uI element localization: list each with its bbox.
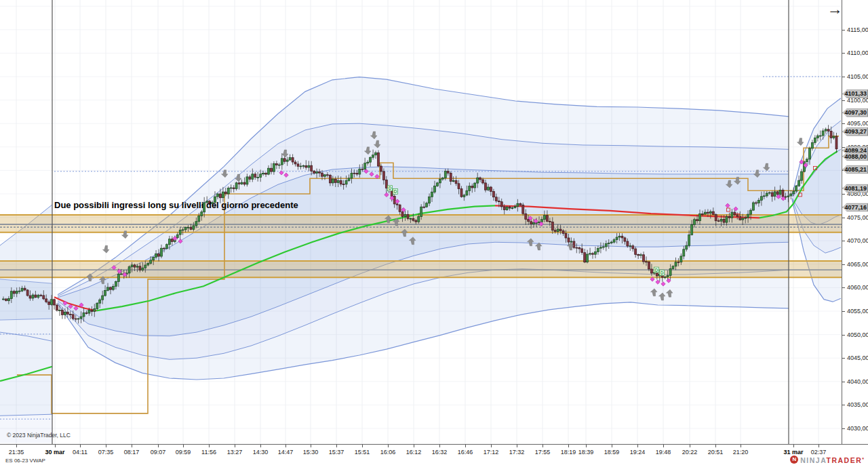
brand-name-gray: NINJA xyxy=(800,456,826,464)
time-axis-tick xyxy=(106,445,106,447)
ninjatrader-icon: N xyxy=(790,456,798,464)
ninjatrader-logo: N NINJATRADER* xyxy=(790,455,864,464)
price-axis-tick xyxy=(842,194,845,195)
price-axis-tick xyxy=(842,264,845,265)
time-axis-label: 18:39 xyxy=(578,449,594,456)
chart-annotation-text: Due possibili ingressi long su livelli d… xyxy=(54,200,298,210)
time-axis-tick xyxy=(414,445,414,447)
brand-reg-mark: * xyxy=(862,457,864,462)
time-axis-label: 19:48 xyxy=(656,449,671,456)
price-axis-tick xyxy=(842,382,845,382)
price-axis-tick xyxy=(842,241,845,241)
time-axis-tick xyxy=(285,445,286,447)
price-axis-label: 4115,00 xyxy=(847,26,868,33)
time-axis-label: 17:32 xyxy=(509,449,525,456)
price-axis-label: 4065,00 xyxy=(847,261,868,268)
time-axis-label: 18:19 xyxy=(561,449,576,456)
time-axis-tick xyxy=(491,445,492,447)
time-axis-tick xyxy=(586,445,587,447)
price-axis[interactable]: 4030,004035,004040,004045,004050,004055,… xyxy=(842,0,868,444)
svg-text:D: D xyxy=(660,270,664,275)
price-tag: 4093,27 xyxy=(842,127,868,136)
time-axis-label: 09:59 xyxy=(176,449,191,456)
time-axis-tick xyxy=(336,445,337,447)
price-tag: 4081,19 xyxy=(842,184,868,193)
price-axis-label: 4105,00 xyxy=(847,73,868,80)
time-axis-label: 20:22 xyxy=(682,449,698,456)
time-axis-label: 30 mar xyxy=(45,449,64,456)
price-axis-label: 4055,00 xyxy=(847,308,868,315)
time-axis-tick xyxy=(235,445,235,447)
time-axis-label: 14:30 xyxy=(253,449,269,456)
instrument-label: ES 06-23 VWAP xyxy=(5,458,45,464)
time-axis-label: 09:07 xyxy=(151,449,166,456)
time-axis-tick xyxy=(690,445,690,447)
price-axis-tick xyxy=(842,77,845,77)
time-axis-tick xyxy=(183,445,184,447)
time-axis-tick xyxy=(55,445,56,447)
brand-name-red: TRADER xyxy=(827,456,863,464)
svg-text:D: D xyxy=(394,189,397,194)
time-axis-label: 17:55 xyxy=(535,449,551,456)
price-axis-tick xyxy=(842,147,845,148)
time-axis-tick xyxy=(793,445,794,447)
price-axis-tick xyxy=(842,123,845,124)
price-axis-label: 4035,00 xyxy=(847,401,868,408)
time-axis-label: 16:12 xyxy=(406,449,422,456)
time-axis-label: 17:12 xyxy=(484,449,499,456)
time-axis-label: 19:24 xyxy=(630,449,646,456)
time-axis-tick xyxy=(741,445,741,447)
price-tag: 4101,33 xyxy=(842,89,868,98)
time-axis-label: 16:06 xyxy=(380,449,396,456)
price-axis-tick xyxy=(842,100,845,101)
price-axis-label: 4045,00 xyxy=(847,355,868,361)
time-axis-label: 18:59 xyxy=(604,449,620,456)
price-tag: 4097,30 xyxy=(842,108,868,117)
price-axis-label: 4060,00 xyxy=(847,284,868,291)
time-axis-label: 04:11 xyxy=(73,449,87,456)
price-axis-tick xyxy=(842,405,845,405)
svg-text:D: D xyxy=(389,186,392,190)
price-axis-tick xyxy=(842,428,845,429)
price-axis-label: 4075,00 xyxy=(847,214,868,221)
price-axis-label: 4095,00 xyxy=(847,120,868,127)
time-axis-label: 07:35 xyxy=(98,449,114,456)
time-axis-tick xyxy=(260,445,261,447)
time-axis-label: 15:30 xyxy=(303,449,319,456)
time-axis-tick xyxy=(158,445,159,447)
price-axis-tick xyxy=(842,335,845,336)
time-axis-tick xyxy=(132,445,132,447)
price-axis-tick xyxy=(842,218,845,218)
time-axis-tick xyxy=(16,445,17,447)
chart-canvas[interactable]: DDDD xyxy=(0,0,842,444)
time-axis-tick xyxy=(715,445,716,447)
time-axis-tick xyxy=(388,445,389,447)
time-axis-tick xyxy=(612,445,612,447)
price-axis-tick xyxy=(842,311,845,312)
price-tag: 4085,21 xyxy=(842,165,868,174)
ninjatrader-chart-window: DDDD Due possibili ingressi long su live… xyxy=(0,0,868,465)
price-axis-tick xyxy=(842,358,845,359)
time-axis-label: 11:56 xyxy=(201,449,216,456)
sell-signal-arrow-icon xyxy=(102,245,109,253)
price-axis-label: 4050,00 xyxy=(847,331,868,338)
price-axis-tick xyxy=(842,287,845,288)
time-axis-tick xyxy=(80,445,81,447)
vwap-bands-previous-session xyxy=(0,205,52,443)
time-axis-label: 21:20 xyxy=(733,449,749,456)
time-axis-tick xyxy=(311,445,311,447)
price-axis-tick xyxy=(842,30,845,31)
price-axis-label: 4030,00 xyxy=(847,425,868,432)
price-axis-tick xyxy=(842,53,845,54)
sell-signal-arrow-icon xyxy=(797,138,804,146)
time-axis-tick xyxy=(465,445,466,447)
time-axis-tick xyxy=(517,445,517,447)
time-axis-label: 08:17 xyxy=(124,449,140,456)
price-tag: 4077,16 xyxy=(842,203,868,211)
time-axis-tick xyxy=(663,445,664,447)
time-axis-label: 15:37 xyxy=(329,449,344,456)
time-axis[interactable]: ES 06-23 VWAP 21:3530 mar04:1107:3508:17… xyxy=(0,444,868,465)
time-axis-label: 15:51 xyxy=(355,449,370,456)
time-axis-label: 16:32 xyxy=(432,449,448,456)
time-axis-tick xyxy=(568,445,569,447)
